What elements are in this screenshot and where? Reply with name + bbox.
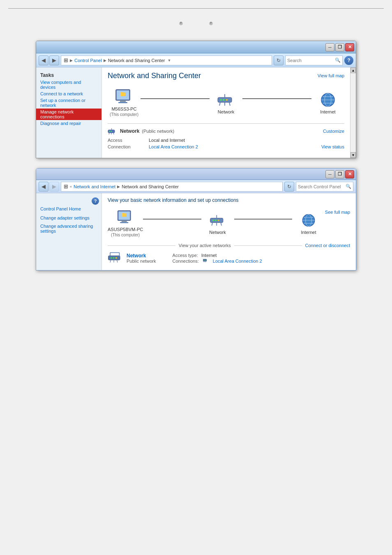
scroll-down[interactable]: ▼ [350, 152, 356, 158]
w2-bc-arrow0: « [70, 185, 72, 189]
sidebar-manage-connections[interactable]: Manage network connections [36, 109, 101, 120]
sidebar-setup-connection[interactable]: Set up a connection or network [36, 97, 101, 109]
window2-titlebar-buttons: ─ ❐ ✕ [325, 170, 354, 178]
w2-bc-arrow1: ▶ [117, 185, 120, 189]
w2-network-icon [208, 212, 228, 229]
svg-rect-29 [120, 222, 128, 223]
svg-point-56 [204, 260, 205, 261]
window1: ─ ❐ ✕ ◀ ▶ ⊞ ▶ Control Panel ▶ Network an… [36, 41, 356, 158]
search-box: 🔍 [285, 56, 343, 65]
window2-back-button[interactable]: ◀ [39, 182, 48, 192]
bc-arrow2: ▶ [104, 58, 106, 62]
window2-restore-button[interactable]: ❐ [335, 170, 344, 178]
network-name-label: Network [120, 128, 139, 134]
sidebar-control-panel-home[interactable]: Control Panel Home [36, 206, 101, 212]
w2-node-computer-sub: (This computer) [111, 233, 140, 237]
connections-value[interactable]: Local Area Connection 2 [213, 259, 262, 264]
cp-icon: ⊞ [64, 57, 68, 63]
window2-sidebar: ? Control Panel Home Change adapter sett… [36, 193, 102, 270]
titlebar-buttons: ─ ❐ ✕ [325, 43, 354, 51]
address-breadcrumb: ⊞ ▶ Control Panel ▶ Network and Sharing … [61, 56, 272, 65]
map-line-2 [242, 98, 311, 99]
svg-rect-3 [118, 102, 127, 103]
window2-close-button[interactable]: ✕ [345, 170, 354, 178]
sidebar-tasks-title: Tasks [36, 71, 101, 79]
view-full-map-link[interactable]: View full map [318, 73, 344, 78]
svg-line-23 [109, 133, 109, 134]
window2-help-button[interactable]: ? [92, 197, 99, 205]
bc-part2: Network and Sharing Center [108, 58, 165, 63]
sidebar-connect-network[interactable]: Connect to a network [36, 90, 101, 97]
header-reg-text: ® ® [180, 22, 213, 28]
svg-point-51 [115, 257, 117, 259]
customize-link[interactable]: Customize [323, 129, 344, 134]
close-button[interactable]: ✕ [345, 43, 354, 51]
window1-addressbar: ◀ ▶ ⊞ ▶ Control Panel ▶ Network and Shar… [36, 53, 356, 67]
forward-button[interactable]: ▶ [49, 56, 59, 65]
window2-address-breadcrumb: ⊞ « Network and Internet ▶ Network and S… [61, 182, 283, 192]
sidebar-diagnose-repair[interactable]: Diagnose and repair [36, 120, 101, 127]
svg-point-57 [205, 260, 206, 261]
w2-bc-part0[interactable]: Network and Internet [74, 184, 115, 189]
scroll-track[interactable] [350, 73, 356, 152]
view-status-link[interactable]: View status [321, 144, 344, 149]
window2-addressbar: ◀ ▶ ⊞ « Network and Internet ▶ Network a… [36, 180, 356, 193]
header-area: ® ® [8, 21, 384, 28]
window2: ─ ❐ ✕ ◀ ▶ ⊞ « Network and Internet ▶ Net… [36, 168, 356, 271]
window2-content: ? Control Panel Home Change adapter sett… [36, 193, 356, 270]
node-network-label: Network [218, 109, 234, 114]
network-card-info: Network Public network [127, 253, 156, 264]
svg-rect-55 [203, 259, 207, 261]
sidebar-change-advanced-sharing[interactable]: Change advanced sharing settings [36, 223, 101, 234]
window1-sidebar: Tasks View computers and devices Connect… [36, 67, 102, 158]
search-input[interactable] [287, 58, 333, 63]
svg-line-11 [219, 102, 220, 106]
top-rule [8, 8, 384, 9]
network-map: M56SS3-PC (This computer) [108, 87, 344, 118]
svg-rect-10 [224, 94, 225, 97]
connection-value[interactable]: Local Area Connection 2 [149, 144, 198, 149]
see-full-map-link[interactable]: See full map [325, 209, 350, 215]
w2-node-computer-label: ASUSP5BVM-PC [108, 227, 143, 232]
svg-line-39 [221, 222, 221, 225]
help-button[interactable]: ? [344, 56, 353, 65]
node-computer-sub: (This computer) [110, 112, 138, 117]
window2-search-icon[interactable]: 🔍 [346, 184, 351, 189]
network-info-section: Network (Public network) Customize Acces… [108, 123, 344, 150]
minimize-button[interactable]: ─ [325, 43, 334, 51]
window2-minimize-button[interactable]: ─ [325, 170, 334, 178]
back-button[interactable]: ◀ [39, 56, 48, 65]
w2-map-line-1 [143, 219, 201, 220]
w2-map-node-network: Network [201, 212, 234, 235]
computer-icon [114, 88, 134, 106]
access-label: Access [108, 138, 149, 143]
scroll-up[interactable]: ▲ [350, 67, 356, 73]
window2-search-input[interactable] [298, 184, 344, 189]
window2-titlebar: ─ ❐ ✕ [36, 169, 356, 180]
restore-button[interactable]: ❐ [335, 43, 344, 51]
connections-row: Connections: Local Area Connection 2 [173, 258, 262, 264]
w2-node-network-label: Network [209, 230, 226, 235]
network-icon [216, 91, 236, 109]
svg-line-13 [229, 102, 230, 106]
window2-forward-button[interactable]: ▶ [49, 182, 59, 192]
window1-content: Tasks View computers and devices Connect… [36, 67, 356, 158]
sidebar-change-adapter[interactable]: Change adapter settings [36, 215, 101, 221]
svg-rect-36 [216, 215, 217, 218]
connect-disconnect-link[interactable]: Connect or disconnect [305, 243, 350, 248]
svg-line-25 [113, 133, 114, 134]
network-connection-row: Connection Local Area Connection 2 View … [108, 143, 344, 150]
svg-point-21 [111, 131, 112, 132]
network-card-name[interactable]: Network [127, 253, 156, 259]
bc-part1[interactable]: Control Panel [74, 58, 102, 63]
node-computer-label: M56SS3-PC [111, 106, 136, 111]
bc-arrow1: ▶ [70, 58, 73, 62]
search-icon[interactable]: 🔍 [335, 58, 341, 63]
node-internet-label: Internet [320, 109, 335, 114]
svg-point-35 [218, 220, 219, 221]
bc-dropdown-arrow[interactable]: ▼ [167, 58, 171, 62]
sidebar-view-computers[interactable]: View computers and devices [36, 79, 101, 90]
svg-rect-31 [122, 213, 125, 214]
refresh-button[interactable]: ↻ [274, 56, 284, 65]
window2-refresh-button[interactable]: ↻ [284, 182, 294, 192]
